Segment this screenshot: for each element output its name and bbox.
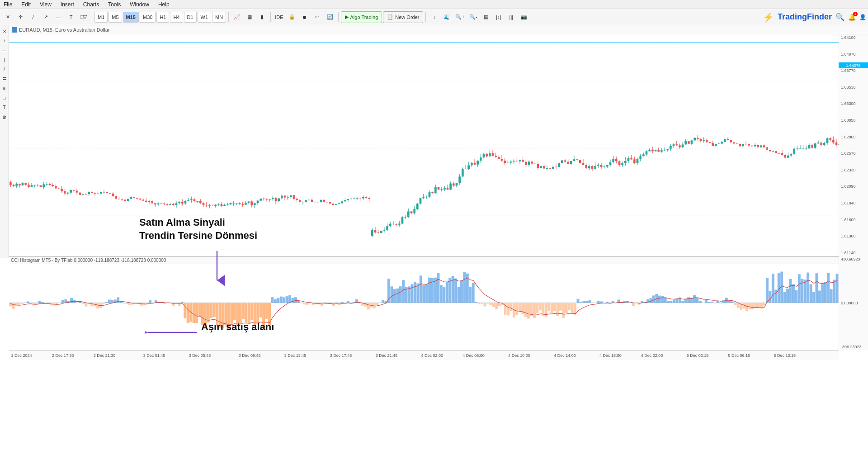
ide-btn[interactable]: IDE: [273, 11, 285, 23]
buy-signal-arrow: [208, 251, 226, 287]
price-6: 1.63050: [841, 118, 866, 123]
menu-item-window[interactable]: Window: [128, 1, 151, 8]
time-label: 2 Dec 21:30: [94, 353, 116, 358]
hline-tool[interactable]: —: [52, 11, 64, 23]
tf-mn[interactable]: MN: [212, 12, 226, 23]
price-3: 1.63770: [841, 68, 866, 73]
price-10: 1.62090: [841, 184, 866, 189]
side-cursor[interactable]: ✕: [0, 27, 9, 35]
menu-item-tools[interactable]: Tools: [106, 1, 123, 8]
side-trend[interactable]: /: [0, 65, 9, 73]
indicator-chart[interactable]: [9, 264, 839, 350]
price-8: 1.62570: [841, 151, 866, 156]
indicator-canvas[interactable]: [9, 264, 839, 350]
price-12: 1.61600: [841, 218, 866, 222]
side-channel[interactable]: 〓: [0, 75, 9, 83]
side-toolbar: ✕ + — | / 〓 ≡ □ T 🗑: [0, 25, 9, 258]
separator-3: [270, 12, 271, 22]
menu-bar: File Edit View Insert Charts Tools Windo…: [0, 0, 868, 9]
refresh-btn[interactable]: 🔄: [324, 11, 336, 23]
side-delete[interactable]: 🗑: [0, 113, 9, 121]
logo-area: ⚡ TradingFinder 🔍 🔔 1 👤: [763, 12, 866, 23]
ind-scale-mid: 0.000000: [841, 301, 866, 305]
screenshot-btn[interactable]: 📷: [518, 11, 530, 23]
time-label: 3 Dec 01:45: [143, 353, 165, 358]
line-tool[interactable]: /: [27, 11, 39, 23]
menu-item-edit[interactable]: Edit: [19, 1, 33, 8]
tf-m15[interactable]: M15: [123, 12, 139, 23]
zoom-in-btn[interactable]: 🔍+: [453, 11, 466, 23]
tf-m1[interactable]: M1: [94, 12, 108, 23]
shapes-tool[interactable]: □▽: [78, 11, 90, 23]
price-11: 1.61840: [841, 201, 866, 205]
menu-item-charts[interactable]: Charts: [81, 1, 101, 8]
current-price-value: 1.64076: [846, 63, 861, 68]
separator-5: [425, 12, 426, 22]
tf-m5[interactable]: M5: [108, 12, 122, 23]
time-label: 3 Dec 13:45: [284, 353, 307, 358]
zoom-out-btn[interactable]: 🔍-: [467, 11, 479, 23]
chart-bar-btn[interactable]: ▦: [244, 11, 255, 23]
tf-m30[interactable]: M30: [140, 12, 156, 23]
text-tool[interactable]: T: [65, 11, 77, 23]
chart-type-btn[interactable]: 📈: [231, 11, 243, 23]
algo-trading-btn[interactable]: ▶ Algo Trading: [341, 11, 382, 23]
tf-d1[interactable]: D1: [184, 12, 197, 23]
tf-h1[interactable]: H1: [156, 12, 169, 23]
menu-item-view[interactable]: View: [38, 1, 53, 8]
side-vline[interactable]: |: [0, 56, 9, 64]
chart-candle-btn[interactable]: ▮: [256, 11, 268, 23]
separator-1: [92, 12, 92, 22]
price-1: 1.64100: [841, 35, 866, 40]
menu-item-help[interactable]: Help: [156, 1, 171, 8]
price-4: 1.63530: [841, 85, 866, 90]
chart-symbol-label: EURAUD, M15: Euro vs Australian Dollar: [19, 27, 110, 33]
side-text[interactable]: T: [0, 103, 9, 111]
indicator-label-text: CCI Histogram MT5 · By TFlab 0.000000 -1…: [11, 258, 166, 263]
menu-item-insert[interactable]: Insert: [59, 1, 76, 8]
arrow-tool[interactable]: ↗: [40, 11, 52, 23]
price-14: 1.61140: [841, 251, 866, 255]
rec-btn[interactable]: ⏺: [299, 11, 311, 23]
new-order-btn[interactable]: 📋 New Order: [383, 11, 423, 23]
lock-btn[interactable]: 🔒: [286, 11, 298, 23]
vol-btn[interactable]: |||: [505, 11, 517, 23]
history-btn[interactable]: ↩: [311, 11, 323, 23]
grid-btn[interactable]: ▦: [480, 11, 492, 23]
current-price-label: 1.64076: [839, 62, 868, 68]
time-label: 5 Dec 10:15: [774, 353, 796, 358]
side-hline[interactable]: —: [0, 46, 9, 54]
tf-w1[interactable]: W1: [198, 12, 212, 23]
chart-header: EURAUD, M15: Euro vs Australian Dollar: [9, 25, 868, 34]
notification-btn[interactable]: 🔔 1: [848, 14, 856, 21]
menu-item-file[interactable]: File: [2, 1, 14, 8]
time-label: 4 Dec 18:00: [599, 353, 622, 358]
main-chart[interactable]: [9, 34, 868, 256]
time-label: 2 Dec 17:30: [52, 353, 74, 358]
side-crosshair[interactable]: +: [0, 37, 9, 45]
indicator-scale: 430.66923 0.000000 -396.28023: [839, 256, 868, 350]
price-9: 1.62330: [841, 168, 866, 172]
ind-scale-bot: -396.28023: [841, 345, 866, 349]
chart-scale-btn[interactable]: 🌊: [441, 11, 453, 23]
price-2: 1.64070: [841, 52, 866, 57]
zoom-bars-btn[interactable]: ↕: [428, 11, 440, 23]
time-label: 4 Dec 14:00: [554, 353, 576, 358]
period-sep-btn[interactable]: |↕|: [493, 11, 505, 23]
side-shape[interactable]: □: [0, 94, 9, 102]
new-order-icon: 📋: [387, 14, 393, 20]
side-fib[interactable]: ≡: [0, 84, 9, 92]
time-label: 3 Dec 17:45: [330, 353, 352, 358]
logo-text: TradingFinder: [778, 12, 832, 22]
tf-h4[interactable]: H4: [170, 12, 183, 23]
main-canvas[interactable]: [9, 34, 868, 256]
time-label: 4 Dec 06:00: [462, 353, 485, 358]
crosshair-tool[interactable]: ✛: [14, 11, 26, 23]
logo-icon: ⚡: [763, 12, 774, 23]
new-order-label: New Order: [395, 14, 419, 20]
search-icon[interactable]: 🔍: [835, 13, 844, 21]
cursor-tool[interactable]: ✕: [2, 11, 14, 23]
ind-scale-top: 430.66923: [841, 257, 866, 261]
account-btn[interactable]: 👤: [859, 14, 866, 20]
time-label: 5 Dec 06:15: [728, 353, 750, 358]
